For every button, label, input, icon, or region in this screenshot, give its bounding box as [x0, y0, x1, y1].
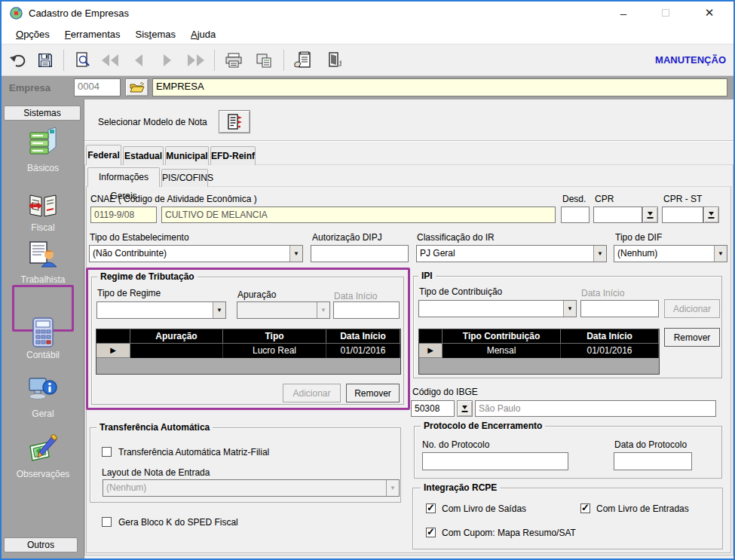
cpr-st-label: CPR - ST [663, 194, 702, 204]
tab-pis-cofins[interactable]: PIS/COFINS [161, 169, 208, 187]
tab-efd-reinf[interactable]: EFD-Reinf [210, 146, 256, 165]
nav-prev-icon [131, 53, 146, 68]
app-window: Cadastro de Empresas – ✕ Opções Ferramen… [0, 0, 735, 560]
chevron-down-icon: ▼ [386, 480, 399, 496]
protocolo-title: Protocolo de Encerramento [421, 421, 545, 431]
select-model-button[interactable] [219, 110, 250, 133]
cnae-desc-field[interactable]: CULTIVO DE MELANCIA [161, 207, 556, 223]
tab-municipal[interactable]: Municipal [165, 146, 209, 165]
ibge-code-field[interactable]: 50308 [411, 400, 455, 417]
cpr-st-lookup-button[interactable] [703, 207, 719, 223]
menu-bar: Opções Ferramentas Sistemas Ajuda [2, 24, 733, 44]
empresa-bar: Empresa 0004 EMPRESA [2, 76, 733, 99]
row-selector-icon: ▶ [419, 344, 443, 358]
empresa-name-field[interactable]: EMPRESA [152, 78, 727, 96]
menu-ferramentas[interactable]: Ferramentas [57, 26, 128, 42]
classificacao-ir-combo[interactable]: PJ Geral▼ [416, 245, 607, 262]
sidebar-group-sistemas[interactable]: Sistemas [4, 106, 81, 121]
sidebar: Sistemas Básicos Fiscal Trabalhista Cont… [2, 99, 84, 558]
calculator-icon [2, 317, 84, 348]
menu-opcoes[interactable]: Opções [8, 26, 57, 42]
tipo-dif-combo[interactable]: (Nenhum)▼ [614, 245, 727, 262]
print-button[interactable] [222, 49, 246, 72]
transferencia-checkbox[interactable] [102, 447, 112, 457]
ibge-city-field: São Paulo [475, 400, 716, 417]
sidebar-item-contabil[interactable]: Contábil [2, 317, 84, 360]
ipi-grid-row[interactable]: ▶ Mensal 01/01/2016 [419, 344, 659, 358]
cpr-lookup-button[interactable] [642, 207, 658, 223]
arrow-down-line-icon [646, 211, 654, 219]
sidebar-item-basicos[interactable]: Básicos [2, 127, 84, 173]
sidebar-item-label: Contábil [2, 350, 84, 360]
regime-highlight-box [86, 268, 410, 410]
sidebar-item-observacoes[interactable]: Observações [2, 434, 84, 479]
empresa-code-field[interactable]: 0004 [74, 78, 121, 96]
ipi-col-tipo: Tipo Contribuição [443, 329, 561, 344]
com-livro-saidas-checkbox[interactable] [426, 503, 436, 513]
notes-pencil-icon [2, 434, 84, 467]
cnae-code-field[interactable]: 0119-9/08 [90, 207, 157, 223]
sidebar-item-label: Fiscal [2, 222, 84, 233]
cpr-field[interactable] [593, 207, 642, 223]
sidebar-item-fiscal[interactable]: Fiscal [2, 191, 84, 233]
chevron-down-icon: ▼ [714, 246, 727, 262]
nav-first-button[interactable] [98, 49, 122, 72]
sidebar-item-geral[interactable]: Geral [2, 375, 84, 419]
tipo-dif-label: Tipo de DIF [615, 232, 662, 243]
gera-bloco-k-label: Gera Bloco K do SPED Fiscal [118, 517, 238, 528]
no-protocolo-field[interactable] [422, 452, 568, 470]
com-cupom-label: Com Cupom: Mapa Resumo/SAT [442, 528, 576, 538]
menu-ajuda[interactable]: Ajuda [183, 26, 223, 42]
sidebar-item-label: Observações [2, 469, 84, 479]
save-button[interactable] [33, 49, 57, 72]
close-button[interactable]: ✕ [691, 2, 728, 24]
autorizacao-dipj-label: Autorização DIPJ [312, 232, 382, 243]
desd-field[interactable] [561, 207, 590, 223]
com-livro-entradas-checkbox[interactable] [580, 503, 590, 513]
sidebar-group-outros[interactable]: Outros [4, 537, 78, 552]
computer-info-icon [2, 375, 84, 407]
tipo-contribuicao-combo[interactable]: ▼ [418, 300, 577, 317]
data-protocolo-label: Data do Protocolo [614, 439, 687, 450]
ibge-lookup-button[interactable] [457, 400, 473, 417]
exit-button[interactable] [323, 49, 347, 72]
maximize-button[interactable] [648, 2, 683, 24]
ibge-label: Código do IBGE [412, 387, 478, 397]
nav-last-button[interactable] [184, 49, 208, 72]
process-button[interactable] [291, 49, 315, 72]
nav-prev-button[interactable] [127, 49, 151, 72]
ipi-remover-button[interactable]: Remover [664, 328, 720, 347]
open-empresa-button[interactable] [125, 78, 149, 96]
transferencia-checkbox-label: Transferência Automática Matriz-Filial [118, 447, 269, 457]
undo-icon [9, 52, 27, 69]
undo-button[interactable] [6, 49, 30, 72]
classificacao-ir-label: Classificação do IR [417, 232, 495, 243]
tab-estadual[interactable]: Estadual [123, 146, 164, 165]
print-setup-button[interactable] [252, 49, 276, 72]
person-document-icon [2, 240, 84, 273]
save-icon [37, 52, 54, 69]
menu-sistemas[interactable]: Sistemas [128, 26, 183, 42]
minimize-button[interactable]: – [606, 2, 641, 24]
ipi-data-inicio-field[interactable] [580, 300, 659, 317]
tipo-contribuicao-label: Tipo de Contribuição [419, 286, 502, 297]
chevron-down-icon: ▼ [289, 246, 302, 262]
rcpe-title: Integração RCPE [421, 482, 500, 493]
ipi-col-data: Data Início [561, 329, 659, 344]
data-protocolo-field[interactable] [614, 452, 692, 470]
cpr-st-field[interactable] [662, 207, 703, 223]
tipo-estabelecimento-combo[interactable]: (Não Contribuinte)▼ [89, 245, 303, 262]
process-icon [293, 51, 313, 69]
nav-next-button[interactable] [155, 49, 179, 72]
tab-federal[interactable]: Federal [86, 145, 121, 165]
com-cupom-checkbox[interactable] [426, 528, 436, 537]
sidebar-item-trabalhista[interactable]: Trabalhista [2, 240, 84, 285]
gera-bloco-k-checkbox[interactable] [102, 517, 112, 527]
print-preview-button[interactable] [71, 49, 95, 72]
tab-informacoes-gerais[interactable]: Informações Gerais [87, 167, 160, 187]
window-title: Cadastro de Empresas [29, 8, 129, 19]
open-book-icon [2, 191, 84, 221]
autorizacao-dipj-field[interactable] [311, 245, 409, 262]
tipo-estabelecimento-label: Tipo do Estabelecimento [90, 232, 189, 243]
ipi-grid[interactable]: Tipo Contribuição Data Início ▶ Mensal 0… [418, 329, 660, 375]
